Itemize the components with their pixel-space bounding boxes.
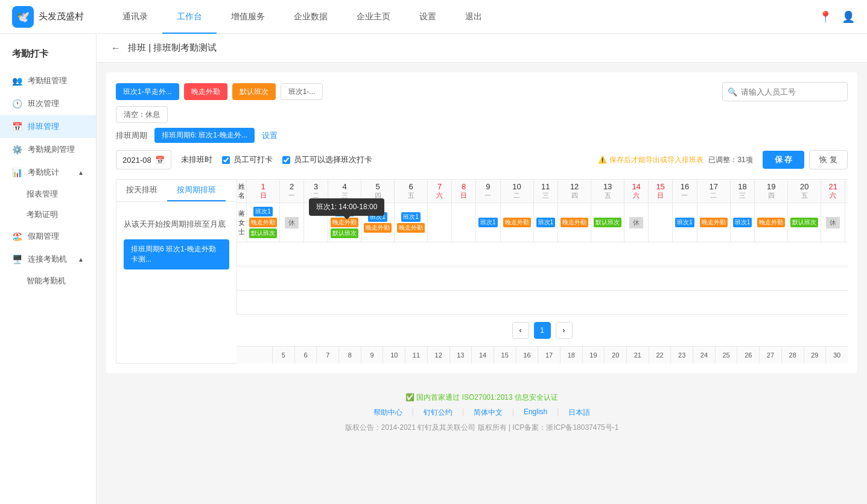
sidebar-item-vacation[interactable]: 🏖️ 假期管理 [0,225,96,248]
no-shift-checkbox[interactable]: 未排班时 [181,154,212,165]
period-row: 排班周期 排班周期6: 班次1-晚走外... 设置 [116,128,848,143]
cell-16[interactable]: 班次1 [673,203,697,242]
options-left: 2021-08 📅 未排班时 员工可打卡 员工可以选择班次打卡 [116,150,372,169]
bottom-num-row: 5 6 7 8 9 10 11 12 13 14 15 [237,346,848,364]
footer-link-agreement[interactable]: 钉钉公约 [424,408,453,418]
schedule-item[interactable]: 排班周期6 班次1-晚走外勤卡测... [124,239,229,269]
bottom-23: 23 [671,347,693,364]
footer-link-help[interactable]: 帮助中心 [373,408,402,418]
cell-10[interactable]: 晚走外勤 [500,203,533,242]
search-input[interactable] [741,87,842,96]
default-shift-button[interactable]: 默认班次 [232,83,276,100]
adjusted-count: 已调整：31项 [708,155,752,165]
pagination: ‹ 1 › [237,315,848,346]
cell-8[interactable] [452,203,476,242]
bottom-12: 12 [428,347,450,364]
tab-daily[interactable]: 按天排班 [116,180,167,201]
save-button[interactable]: 保 存 [763,151,805,169]
calendar-wrapper: 班次1: 14:00-18:00 姓名 1日 2一 3二 [237,179,848,364]
cell-7[interactable] [428,203,452,242]
nav-item-data[interactable]: 企业数据 [279,0,342,34]
cell-14[interactable]: 休 [624,203,649,242]
tab-weekly[interactable]: 按周期排班 [167,180,226,201]
restore-button[interactable]: 恢 复 [809,150,848,169]
day-1: 1日 [247,180,280,203]
cell-15[interactable] [649,203,673,242]
day-20: 20五 [788,180,821,203]
bottom-11: 11 [405,347,428,364]
bottom-17: 17 [538,347,561,364]
user-icon[interactable]: 👤 [842,10,855,24]
nav-item-workbench[interactable]: 工作台 [162,0,217,34]
sidebar-item-proof[interactable]: 考勤证明 [0,204,96,225]
sidebar-item-rules[interactable]: ⚙️ 考勤规则管理 [0,138,96,161]
late-shift-button[interactable]: 晚走外勤 [184,83,227,100]
cell-19[interactable]: 晚走外勤 [755,203,788,242]
day-13: 13五 [591,180,624,203]
bottom-15: 15 [494,347,516,364]
nav-item-contacts[interactable]: 通讯录 [108,0,162,34]
footer: ✅ 国内首家通过 ISO27001:2013 信息安全认证 帮助中心 | 钉钉公… [97,383,867,443]
footer-link-chinese[interactable]: 简体中文 [474,408,503,418]
location-icon[interactable]: 📍 [819,10,832,24]
logo-icon: 🕊️ [12,6,34,28]
choose-shift-input[interactable] [282,156,290,164]
day-8: 8日 [452,180,476,203]
nav-item-homepage[interactable]: 企业主页 [342,0,405,34]
prev-page-button[interactable]: ‹ [512,322,529,339]
bottom-18: 18 [561,347,583,364]
cell-17[interactable]: 晚走外勤 [697,203,730,242]
sidebar-item-reports[interactable]: 报表管理 [0,184,96,204]
search-input-wrap[interactable]: 🔍 [722,82,848,101]
name-header: 姓名 [237,180,247,203]
bottom-19: 19 [583,347,605,364]
period-value[interactable]: 排班周期6: 班次1-晚走外... [154,128,255,143]
shift1-alt-button[interactable]: 班次1-... [281,83,323,100]
footer-link-japanese[interactable]: 日本語 [568,408,590,418]
sidebar-item-shift[interactable]: 🕐 班次管理 [0,92,96,115]
cell-13[interactable]: 默认班次 [591,203,624,242]
nav-item-settings[interactable]: 设置 [405,0,451,34]
sidebar-label-vacation: 假期管理 [28,231,59,242]
check-in-input[interactable] [222,156,230,164]
nav-item-logout[interactable]: 退出 [451,0,497,34]
day-6: 6五 [395,180,428,203]
cell-2[interactable]: 休 [280,203,304,242]
divider-1: | [412,408,414,418]
check-in-checkbox[interactable]: 员工可打卡 [222,154,273,165]
choose-shift-checkbox[interactable]: 员工可以选择班次打卡 [282,154,372,165]
sidebar-item-attendance-group[interactable]: 👥 考勤组管理 [0,69,96,92]
bottom-25: 25 [716,347,738,364]
cell-9[interactable]: 班次1 [476,203,501,242]
sidebar-label-attendance-group: 考勤组管理 [28,75,67,86]
period-setting[interactable]: 设置 [262,130,278,141]
footer-copyright: 版权公告：2014-2021 钉钉及其关联公司 版权所有 | ICP备案：浙IC… [106,423,857,433]
sidebar-item-schedule[interactable]: 📅 排班管理 [0,115,96,138]
divider-4: | [557,408,559,418]
bottom-22: 22 [649,347,672,364]
clear-button[interactable]: 清空：休息 [116,106,168,123]
cell-18[interactable]: 班次1 [730,203,755,242]
sidebar-item-machine[interactable]: 🖥️ 连接考勤机 ▲ [0,248,96,271]
day-15: 15日 [649,180,673,203]
day-22: 22日 [845,180,848,203]
sidebar-item-smart-machine[interactable]: 智能考勤机 [0,271,96,291]
cell-22[interactable] [845,203,848,242]
bottom-13: 13 [450,347,472,364]
nav-item-value[interactable]: 增值服务 [217,0,279,34]
cell-12[interactable]: 晚走外勤 [558,203,591,242]
cell-1[interactable]: 班次1晚走外勤默认班次 [247,203,280,242]
page-header: ← 排班 | 排班制考勤测试 [97,34,867,63]
layout: 考勤打卡 👥 考勤组管理 🕐 班次管理 📅 排班管理 ⚙️ 考勤规则管理 📊 考… [0,34,867,504]
cell-11[interactable]: 班次1 [533,203,558,242]
sidebar-item-stats[interactable]: 📊 考勤统计 ▲ [0,161,96,184]
page-1-button[interactable]: 1 [534,322,551,339]
next-page-button[interactable]: › [556,322,573,339]
back-button[interactable]: ← [111,43,121,54]
shift1-button[interactable]: 班次1-早走外... [116,83,179,100]
cell-6[interactable]: 班次1晚走外勤 [395,203,428,242]
cell-20[interactable]: 默认班次 [788,203,821,242]
footer-link-english[interactable]: English [524,408,547,418]
cell-21[interactable]: 休 [821,203,845,242]
date-picker[interactable]: 2021-08 📅 [116,150,171,169]
